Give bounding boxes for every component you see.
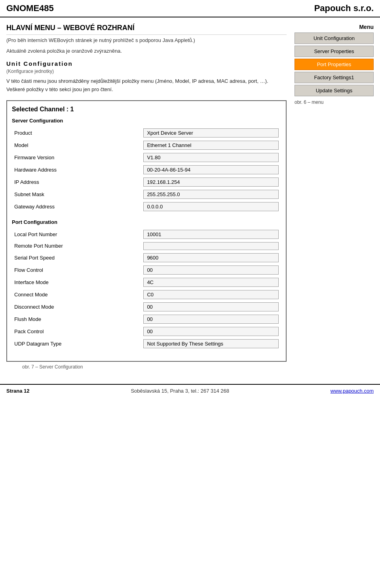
port-field-value: 4C [141, 276, 281, 288]
footer-website[interactable]: www.papouch.com [331, 388, 374, 394]
menu-btn-server-properties[interactable]: Server Properties [294, 46, 374, 57]
server-table-row: Hardware Address 00-20-4A-86-15-94 [12, 164, 281, 176]
server-field-value: V1.80 [141, 151, 281, 164]
server-field-value: Xport Device Server [141, 127, 281, 139]
footer-address: Soběslavská 15, Praha 3, tel.: 267 314 2… [131, 388, 229, 394]
server-table-row: Subnet Mask 255.255.255.0 [12, 188, 281, 200]
content-wrapper: HLAVNÍ MENU – WEBOVÉ ROZHRANÍ (Pro běh i… [0, 17, 380, 376]
obr7-caption: obr. 7 – Server Configuration [22, 364, 287, 370]
port-field-value: Not Supported By These Settings [141, 338, 281, 350]
port-field-value [141, 241, 281, 252]
port-field-value: C0 [141, 288, 281, 301]
server-table-row: IP Address 192.168.1.254 [12, 176, 281, 188]
unit-config-subtitle: (Konfigurace jednotky) [6, 69, 287, 74]
page-header: GNOME485 Papouch s.r.o. [0, 0, 380, 17]
port-field-value: 9600 [141, 252, 281, 264]
port-field-label: Flush Mode [12, 313, 141, 325]
main-heading: HLAVNÍ MENU – WEBOVÉ ROZHRANÍ [6, 24, 287, 35]
server-field-label: IP Address [12, 176, 141, 188]
port-table-row: Serial Port Speed 9600 [12, 252, 281, 264]
port-table-row: Pack Control 00 [12, 325, 281, 338]
port-field-value: 00 [141, 264, 281, 276]
menu-btn-port-properties[interactable]: Port Properties [294, 59, 374, 70]
server-config-table: Product Xport Device Server Model Ethern… [12, 127, 281, 213]
footer-page-number: Strana 12 [6, 388, 30, 394]
left-content: HLAVNÍ MENU – WEBOVÉ ROZHRANÍ (Pro běh i… [6, 24, 287, 370]
server-field-label: Subnet Mask [12, 188, 141, 200]
server-field-label: Model [12, 139, 141, 151]
server-field-label: Product [12, 127, 141, 139]
server-table-row: Product Xport Device Server [12, 127, 281, 139]
server-field-value: 00-20-4A-86-15-94 [141, 164, 281, 176]
port-field-label: Serial Port Speed [12, 252, 141, 264]
port-field-label: Interface Mode [12, 276, 141, 288]
port-field-label: Remote Port Number [12, 241, 141, 252]
server-field-value: 255.255.255.0 [141, 188, 281, 200]
port-table-row: Flow Control 00 [12, 264, 281, 276]
server-field-value: 0.0.0.0 [141, 200, 281, 213]
subtitle: (Pro běh interních WEBových stránek je n… [6, 37, 287, 43]
server-table-row: Model Ethernet 1 Channel [12, 139, 281, 151]
port-field-label: Flow Control [12, 264, 141, 276]
config-box: Selected Channel : 1 Server Configuratio… [6, 100, 287, 362]
unit-config-body: V této části menu jsou shromážděny nejdů… [6, 77, 287, 94]
server-field-label: Firmware Version [12, 151, 141, 164]
port-field-label: Local Port Number [12, 228, 141, 241]
port-table-row: Remote Port Number [12, 241, 281, 252]
port-table-row: Disconnect Mode 00 [12, 301, 281, 313]
figure-area: Selected Channel : 1 Server Configuratio… [6, 100, 287, 370]
server-field-value: Ethernet 1 Channel [141, 139, 281, 151]
obr6-caption: obr. 6 – menu [294, 99, 374, 105]
app-title: GNOME485 [6, 3, 54, 13]
port-field-label: UDP Datagram Type [12, 338, 141, 350]
menu-btn-update-settings[interactable]: Update Settings [294, 85, 374, 96]
right-sidebar: Menu Unit ConfigurationServer Properties… [294, 24, 374, 370]
aktualne-text: Aktuálně zvolená položka je oranžově zvý… [6, 48, 287, 54]
company-name: Papouch s.r.o. [314, 3, 374, 13]
menu-btn-factory-settings1[interactable]: Factory Settings1 [294, 72, 374, 83]
port-table-row: Interface Mode 4C [12, 276, 281, 288]
port-table-row: UDP Datagram Type Not Supported By These… [12, 338, 281, 350]
port-config-table: Local Port Number 10001 Remote Port Numb… [12, 228, 281, 350]
config-box-title: Selected Channel : 1 [12, 106, 281, 113]
port-field-value: 00 [141, 301, 281, 313]
port-field-value: 00 [141, 325, 281, 338]
port-table-row: Flush Mode 00 [12, 313, 281, 325]
menu-label: Menu [294, 24, 374, 30]
port-field-label: Pack Control [12, 325, 141, 338]
server-table-row: Gateway Address 0.0.0.0 [12, 200, 281, 213]
port-table-row: Local Port Number 10001 [12, 228, 281, 241]
port-table-row: Connect Mode C0 [12, 288, 281, 301]
port-field-value: 10001 [141, 228, 281, 241]
page-footer: Strana 12 Soběslavská 15, Praha 3, tel.:… [0, 384, 380, 397]
port-field-label: Disconnect Mode [12, 301, 141, 313]
server-field-label: Gateway Address [12, 200, 141, 213]
unit-config-title: Unit Configuration [6, 60, 287, 67]
server-table-row: Firmware Version V1.80 [12, 151, 281, 164]
server-field-value: 192.168.1.254 [141, 176, 281, 188]
port-field-label: Connect Mode [12, 288, 141, 301]
server-config-section-title: Server Configuration [12, 118, 281, 124]
server-field-label: Hardware Address [12, 164, 141, 176]
port-config-section-title: Port Configuration [12, 219, 281, 225]
port-field-value: 00 [141, 313, 281, 325]
menu-buttons-container: Unit ConfigurationServer PropertiesPort … [294, 32, 374, 96]
menu-btn-unit-configuration[interactable]: Unit Configuration [294, 32, 374, 44]
